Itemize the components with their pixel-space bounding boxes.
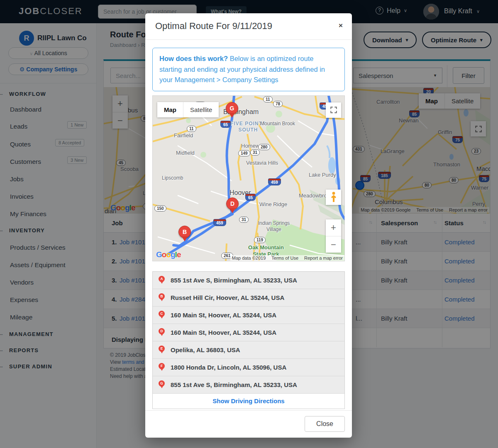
interstate-shield: 459 [268,178,281,185]
route-shield: 150 [154,205,166,212]
pin-icon: C [159,311,165,317]
route-stop: G855 1st Ave S, Birmingham, AL 35233, US… [153,376,344,394]
map-label: Vestavia Hills [246,160,278,166]
interstate-shield: 65 [245,194,256,201]
route-shield: 31 [239,217,249,223]
close-icon[interactable]: × [339,22,343,30]
route-stop: A855 1st Ave S, Birmingham, AL 35233, US… [153,272,344,289]
modal-footer: Close [145,410,352,438]
google-logo: Google [156,250,181,259]
route-map-type-control[interactable]: Map Satellite [157,102,219,117]
pin-icon: B [159,293,165,299]
street-view-pegman[interactable] [326,190,341,205]
stop-address: 160 Main St, Hoover, AL 35244, USA [171,329,276,336]
map-label: Mountain Brook [259,121,297,127]
map-label: Wine Ridge [259,201,287,207]
modal-title: Optimal Route For 9/11/2019 [155,21,272,32]
route-stop: F1800 Honda Dr, Lincoln, AL 35096, USA [153,359,344,376]
route-stop: BRusset Hill Cir, Hoover, AL 35244, USA [153,289,344,307]
route-stop: C160 Main St, Hoover, AL 35244, USA [153,307,344,324]
show-driving-directions-link[interactable]: Show Driving Directions [212,397,284,404]
stop-address: 160 Main St, Hoover, AL 35244, USA [171,312,276,319]
map-attribution: Map data ©2019Terms of UseReport a map e… [230,255,344,261]
pin-icon: F [159,363,165,369]
zoom-out-button[interactable]: − [326,236,341,253]
route-shield: 119 [254,237,266,243]
zoom-in-button[interactable]: + [326,219,341,236]
alert-lead: How does this work? [159,55,228,62]
route-stops-list: A855 1st Ave S, Birmingham, AL 35233, US… [152,271,345,409]
map-label: Lipscomb [162,175,183,181]
app-root: JOBCLOSER What's New? ? Help ∨ Billy Kra… [0,0,498,448]
stop-address: 855 1st Ave S, Birmingham, AL 35233, USA [171,277,297,284]
close-button[interactable]: Close [305,416,345,432]
map-label: Midfield [176,150,195,156]
route-shield: 11 [187,126,196,132]
map-marker-g[interactable]: G [226,102,238,119]
map-label: Fairfield [174,132,193,139]
route-shield: 78 [273,101,283,107]
optimal-route-modal: Optimal Route For 9/11/2019 × How does t… [145,13,352,438]
stop-address: Russet Hill Cir, Hoover, AL 35244, USA [171,294,284,301]
stop-address: Opelika, AL 36803, USA [171,346,240,353]
stop-address: 1800 Honda Dr, Lincoln, AL 35096, USA [171,364,286,371]
route-map-zoom-control[interactable]: + − [326,219,341,253]
route-shield: 11 [263,96,273,102]
route-shield: 31 [250,149,260,156]
pegman-icon [330,192,337,202]
attribution-text: Map data ©2019 [232,256,266,261]
modal-header: Optimal Route For 9/11/2019 × [145,13,352,40]
pin-icon: E [159,346,165,352]
route-shield: 149 [238,150,250,156]
pin-icon: G [159,380,165,387]
interstate-shield: 65 [220,121,231,128]
route-shield: 280 [258,144,270,150]
pin-icon: A [159,276,165,282]
interstate-shield: 459 [213,219,226,226]
info-alert: How does this work? Below is an optimize… [152,48,345,91]
fullscreen-icon [330,106,337,114]
fullscreen-button[interactable] [326,102,341,118]
route-map[interactable]: Birmingham FIVE POINTS SOUTH Mountain Br… [152,95,345,261]
map-type-satellite[interactable]: Satellite [183,102,219,117]
driving-directions-row: Show Driving Directions [153,394,344,409]
route-stop: EOpelika, AL 36803, USA [153,341,344,359]
map-type-map[interactable]: Map [157,102,183,117]
map-label: Indian Springs Village [255,220,293,233]
report-link[interactable]: Report a map error [304,256,343,261]
terms-link[interactable]: Terms of Use [271,256,298,261]
stop-address: 855 1st Ave S, Birmingham, AL 35233, USA [171,381,297,388]
map-marker-d[interactable]: D [226,197,239,215]
map-marker-b[interactable]: B [178,226,191,243]
map-label: Lake Purdy [309,172,336,178]
route-stop: D160 Main St, Hoover, AL 35244, USA [153,324,344,341]
pin-icon: D [159,328,165,334]
